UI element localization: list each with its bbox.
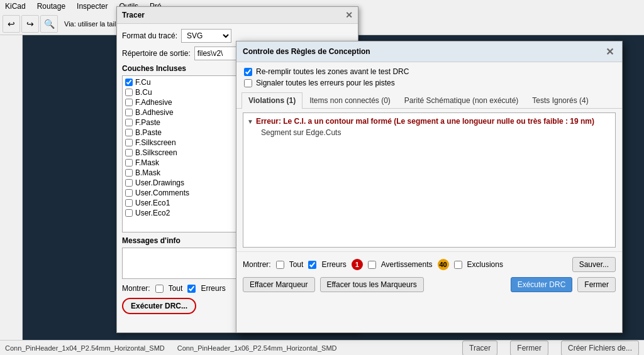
- layer-name: B.Adhesive: [135, 108, 174, 117]
- option1-label: Re-remplir toutes les zones avant le tes…: [256, 67, 409, 76]
- option2-checkbox[interactable]: [244, 79, 252, 87]
- creer-status-btn[interactable]: Créer Fichiers de...: [561, 341, 639, 356]
- layer-name: B.Silkscreen: [135, 148, 177, 157]
- undo-button[interactable]: ↩: [3, 15, 20, 33]
- drc-action-row: Effacer Marqueur Effacer tous les Marque…: [236, 277, 622, 298]
- status-right: Conn_PinHeader_1x06_P2.54mm_Horizontal_S…: [177, 344, 337, 352]
- redo-button[interactable]: ↪: [21, 15, 39, 33]
- drc-tout-checkbox[interactable]: [276, 261, 284, 269]
- drc-avert-label: Avertissements: [381, 260, 433, 269]
- executer-drc-button[interactable]: Exécuter DRC: [511, 277, 573, 292]
- avert-badge: 40: [438, 259, 449, 270]
- option1-checkbox[interactable]: [244, 68, 252, 76]
- layer-checkbox[interactable]: [125, 109, 133, 116]
- layer-name: B.Paste: [135, 128, 162, 137]
- drc-tab[interactable]: Items non connectés (0): [303, 92, 397, 108]
- erreurs-label: Erreurs: [201, 284, 225, 293]
- fermer-drc-button[interactable]: Fermer: [577, 277, 616, 292]
- repertoire-label: Répertoire de sortie:: [122, 49, 191, 58]
- layer-name: B.Cu: [135, 88, 152, 97]
- error-detail: Segment sur Edge.Cuts: [258, 127, 613, 138]
- fermer-status-btn[interactable]: Fermer: [510, 341, 548, 356]
- status-left: Conn_PinHeader_1x04_P2.54mm_Horizontal_S…: [5, 344, 165, 352]
- layer-checkbox[interactable]: [125, 159, 133, 167]
- drc-title: Controle des Règles de Conception: [243, 47, 370, 56]
- drc-dialog: Controle des Règles de Conception ✕ Re-r…: [236, 41, 623, 333]
- format-label: Format du tracé:: [122, 31, 177, 40]
- layer-checkbox[interactable]: [125, 129, 133, 136]
- menu-inspecter[interactable]: Inspecter: [74, 1, 110, 11]
- layer-checkbox[interactable]: [125, 149, 133, 156]
- layer-checkbox[interactable]: [125, 99, 133, 106]
- layer-checkbox[interactable]: [125, 199, 133, 207]
- layer-checkbox[interactable]: [125, 79, 133, 86]
- drc-tab[interactable]: Violations (1): [242, 92, 303, 109]
- drc-results: ▼Erreur: Le C.I. a un contour mal formé …: [243, 112, 616, 248]
- drc-erreurs-checkbox[interactable]: [308, 261, 316, 269]
- tracer-titlebar: Tracer ✕: [117, 7, 358, 24]
- drc-excl-label: Exclusions: [467, 260, 503, 269]
- drc-bottom: Montrer: Tout Erreurs 1 Avertissements 4…: [236, 251, 622, 277]
- zoom-button[interactable]: 🔍: [40, 15, 58, 33]
- tracer-status-btn[interactable]: Tracer: [462, 341, 497, 356]
- tracer-close-icon[interactable]: ✕: [345, 10, 353, 20]
- drc-options: Re-remplir toutes les zones avant le tes…: [236, 62, 622, 92]
- layer-name: User.Drawings: [135, 178, 184, 187]
- drc-tout-label: Tout: [289, 260, 304, 269]
- error-group: ▼Erreur: Le C.I. a un contour mal formé …: [246, 116, 613, 138]
- layer-name: F.Cu: [135, 78, 151, 87]
- erreurs-badge: 1: [352, 259, 363, 270]
- layer-name: F.Adhesive: [135, 98, 172, 107]
- left-sidebar: [0, 35, 23, 340]
- layer-name: User.Eco2: [135, 209, 170, 217]
- error-header-text: Erreur: Le C.I. a un contour mal formé (…: [256, 117, 594, 126]
- statusbar: Conn_PinHeader_1x04_P2.54mm_Horizontal_S…: [0, 340, 644, 355]
- layer-checkbox[interactable]: [125, 179, 133, 187]
- option2-label: Signaler toutes les erreurs pour les pis…: [256, 79, 395, 87]
- layer-checkbox[interactable]: [125, 139, 133, 146]
- error-chevron-icon: ▼: [247, 118, 253, 125]
- layer-checkbox[interactable]: [125, 189, 133, 197]
- drc-montrer-label: Montrer:: [243, 260, 271, 269]
- layer-name: F.Paste: [135, 118, 160, 127]
- drc-excl-checkbox[interactable]: [454, 261, 462, 269]
- drc-avert-checkbox[interactable]: [368, 261, 376, 269]
- layer-name: F.Silkscreen: [135, 138, 176, 147]
- layer-name: F.Mask: [135, 158, 159, 167]
- format-select[interactable]: SVG PDF Gerber DXF: [181, 29, 231, 43]
- tracer-title: Tracer: [122, 11, 145, 19]
- tout-label: Tout: [169, 284, 183, 293]
- drc-titlebar: Controle des Règles de Conception ✕: [236, 41, 622, 62]
- layer-name: User.Comments: [135, 188, 189, 197]
- layer-checkbox[interactable]: [125, 209, 133, 217]
- drc-tab[interactable]: Parité Schématique (non exécuté): [397, 92, 525, 108]
- erreurs-checkbox[interactable]: [187, 285, 196, 293]
- montrer-label: Montrer:: [122, 284, 150, 293]
- layer-name: B.Mask: [135, 168, 160, 177]
- layer-name: User.Eco1: [135, 199, 170, 207]
- drc-tab[interactable]: Tests Ignorés (4): [525, 92, 595, 108]
- layer-checkbox[interactable]: [125, 169, 133, 177]
- layer-checkbox[interactable]: [125, 119, 133, 126]
- drc-close-icon[interactable]: ✕: [603, 45, 616, 58]
- menu-routage[interactable]: Routage: [35, 1, 68, 11]
- drc-erreurs-label: Erreurs: [321, 260, 346, 269]
- layer-checkbox[interactable]: [125, 89, 133, 96]
- execute-drc-button[interactable]: Exécuter DRC...: [122, 298, 196, 314]
- effacer-marqueur-button[interactable]: Effacer Marqueur: [243, 277, 315, 292]
- app-title: KiCad: [3, 1, 28, 11]
- sauver-button[interactable]: Sauver...: [572, 257, 616, 272]
- tout-checkbox[interactable]: [155, 285, 164, 293]
- drc-tabs: Violations (1)Items non connectés (0)Par…: [236, 92, 622, 109]
- error-header[interactable]: ▼Erreur: Le C.I. a un contour mal formé …: [246, 116, 613, 127]
- effacer-tous-button[interactable]: Effacer tous les Marqueurs: [320, 277, 424, 292]
